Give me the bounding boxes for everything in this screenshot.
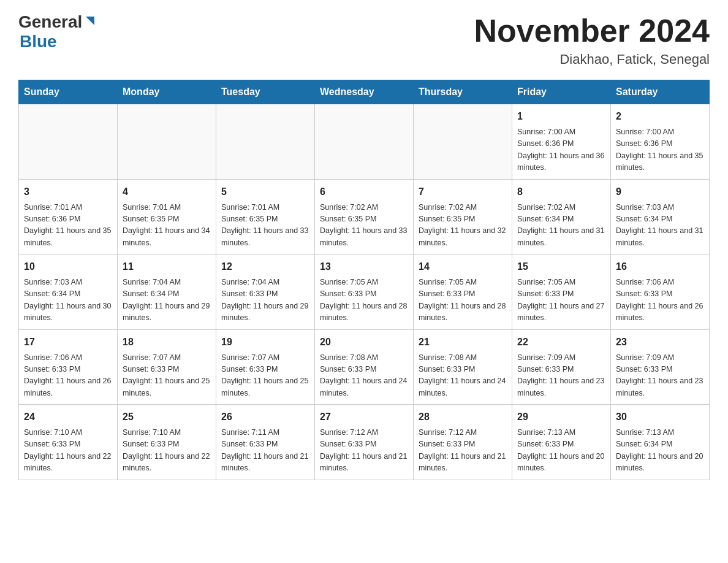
table-row: 30Sunrise: 7:13 AM Sunset: 6:34 PM Dayli…	[611, 405, 710, 480]
col-tuesday: Tuesday	[216, 80, 315, 104]
table-row: 22Sunrise: 7:09 AM Sunset: 6:33 PM Dayli…	[512, 329, 611, 405]
day-number: 17	[24, 335, 112, 350]
day-info: Sunrise: 7:01 AM Sunset: 6:35 PM Dayligh…	[221, 202, 309, 250]
table-row: 11Sunrise: 7:04 AM Sunset: 6:34 PM Dayli…	[118, 255, 216, 330]
table-row: 8Sunrise: 7:02 AM Sunset: 6:34 PM Daylig…	[512, 179, 611, 255]
day-number: 21	[419, 335, 507, 350]
calendar-title: November 2024	[474, 12, 710, 49]
table-row	[414, 104, 512, 180]
day-info: Sunrise: 7:05 AM Sunset: 6:33 PM Dayligh…	[419, 277, 507, 324]
calendar-week-row: 17Sunrise: 7:06 AM Sunset: 6:33 PM Dayli…	[19, 329, 710, 405]
day-info: Sunrise: 7:09 AM Sunset: 6:33 PM Dayligh…	[517, 352, 605, 400]
calendar-table: Sunday Monday Tuesday Wednesday Thursday…	[18, 80, 710, 480]
table-row: 2Sunrise: 7:00 AM Sunset: 6:36 PM Daylig…	[611, 104, 710, 180]
day-number: 5	[221, 185, 309, 199]
day-info: Sunrise: 7:09 AM Sunset: 6:33 PM Dayligh…	[616, 352, 704, 400]
table-row: 28Sunrise: 7:12 AM Sunset: 6:33 PM Dayli…	[414, 405, 512, 480]
table-row: 1Sunrise: 7:00 AM Sunset: 6:36 PM Daylig…	[512, 104, 611, 180]
table-row: 16Sunrise: 7:06 AM Sunset: 6:33 PM Dayli…	[611, 255, 710, 330]
day-number: 26	[221, 410, 309, 424]
table-row: 13Sunrise: 7:05 AM Sunset: 6:33 PM Dayli…	[315, 255, 414, 330]
table-row: 7Sunrise: 7:02 AM Sunset: 6:35 PM Daylig…	[414, 179, 512, 255]
table-row: 5Sunrise: 7:01 AM Sunset: 6:35 PM Daylig…	[216, 179, 315, 255]
table-row: 6Sunrise: 7:02 AM Sunset: 6:35 PM Daylig…	[315, 179, 414, 255]
table-row: 20Sunrise: 7:08 AM Sunset: 6:33 PM Dayli…	[315, 329, 414, 405]
day-info: Sunrise: 7:05 AM Sunset: 6:33 PM Dayligh…	[320, 277, 408, 324]
table-row: 4Sunrise: 7:01 AM Sunset: 6:35 PM Daylig…	[118, 179, 216, 255]
day-number: 18	[123, 335, 211, 350]
table-row: 23Sunrise: 7:09 AM Sunset: 6:33 PM Dayli…	[611, 329, 710, 405]
svg-marker-0	[86, 17, 94, 25]
day-number: 24	[24, 410, 112, 424]
day-info: Sunrise: 7:03 AM Sunset: 6:34 PM Dayligh…	[24, 277, 112, 324]
day-number: 23	[616, 335, 704, 350]
day-number: 3	[24, 185, 112, 199]
col-thursday: Thursday	[414, 80, 512, 104]
col-monday: Monday	[118, 80, 216, 104]
table-row: 14Sunrise: 7:05 AM Sunset: 6:33 PM Dayli…	[414, 255, 512, 330]
table-row: 12Sunrise: 7:04 AM Sunset: 6:33 PM Dayli…	[216, 255, 315, 330]
day-info: Sunrise: 7:13 AM Sunset: 6:34 PM Dayligh…	[616, 427, 704, 475]
col-saturday: Saturday	[611, 80, 710, 104]
day-info: Sunrise: 7:03 AM Sunset: 6:34 PM Dayligh…	[616, 202, 704, 250]
day-number: 14	[419, 259, 507, 274]
title-block: November 2024 Diakhao, Fatick, Senegal	[474, 12, 710, 67]
logo-triangle-icon	[83, 14, 97, 28]
calendar-week-row: 3Sunrise: 7:01 AM Sunset: 6:36 PM Daylig…	[19, 179, 710, 255]
day-number: 1	[517, 109, 605, 124]
table-row: 18Sunrise: 7:07 AM Sunset: 6:33 PM Dayli…	[118, 329, 216, 405]
table-row	[216, 104, 315, 180]
table-row: 29Sunrise: 7:13 AM Sunset: 6:33 PM Dayli…	[512, 405, 611, 480]
day-number: 4	[123, 185, 211, 199]
day-info: Sunrise: 7:08 AM Sunset: 6:33 PM Dayligh…	[320, 352, 408, 400]
day-number: 10	[24, 259, 112, 274]
calendar-week-row: 24Sunrise: 7:10 AM Sunset: 6:33 PM Dayli…	[19, 405, 710, 480]
day-number: 15	[517, 259, 605, 274]
day-info: Sunrise: 7:07 AM Sunset: 6:33 PM Dayligh…	[123, 352, 211, 400]
day-info: Sunrise: 7:04 AM Sunset: 6:33 PM Dayligh…	[221, 277, 309, 324]
logo-blue: Blue	[20, 32, 57, 52]
day-info: Sunrise: 7:00 AM Sunset: 6:36 PM Dayligh…	[517, 126, 605, 174]
table-row: 24Sunrise: 7:10 AM Sunset: 6:33 PM Dayli…	[19, 405, 118, 480]
calendar-week-row: 1Sunrise: 7:00 AM Sunset: 6:36 PM Daylig…	[19, 104, 710, 180]
logo-top: General	[18, 12, 97, 32]
day-info: Sunrise: 7:07 AM Sunset: 6:33 PM Dayligh…	[221, 352, 309, 400]
day-info: Sunrise: 7:00 AM Sunset: 6:36 PM Dayligh…	[616, 126, 704, 174]
day-info: Sunrise: 7:05 AM Sunset: 6:33 PM Dayligh…	[517, 277, 605, 324]
table-row: 19Sunrise: 7:07 AM Sunset: 6:33 PM Dayli…	[216, 329, 315, 405]
day-number: 22	[517, 335, 605, 350]
day-info: Sunrise: 7:11 AM Sunset: 6:33 PM Dayligh…	[221, 427, 309, 475]
day-info: Sunrise: 7:12 AM Sunset: 6:33 PM Dayligh…	[320, 427, 408, 475]
calendar-location: Diakhao, Fatick, Senegal	[474, 52, 710, 67]
day-number: 12	[221, 259, 309, 274]
table-row: 9Sunrise: 7:03 AM Sunset: 6:34 PM Daylig…	[611, 179, 710, 255]
day-number: 8	[517, 185, 605, 199]
day-info: Sunrise: 7:01 AM Sunset: 6:36 PM Dayligh…	[24, 202, 112, 250]
table-row: 27Sunrise: 7:12 AM Sunset: 6:33 PM Dayli…	[315, 405, 414, 480]
table-row	[19, 104, 118, 180]
day-info: Sunrise: 7:06 AM Sunset: 6:33 PM Dayligh…	[616, 277, 704, 324]
day-info: Sunrise: 7:04 AM Sunset: 6:34 PM Dayligh…	[123, 277, 211, 324]
day-info: Sunrise: 7:10 AM Sunset: 6:33 PM Dayligh…	[123, 427, 211, 475]
page-header: General Blue November 2024 Diakhao, Fati…	[18, 12, 710, 67]
logo: General Blue	[18, 12, 97, 52]
table-row: 17Sunrise: 7:06 AM Sunset: 6:33 PM Dayli…	[19, 329, 118, 405]
day-info: Sunrise: 7:02 AM Sunset: 6:35 PM Dayligh…	[320, 202, 408, 250]
logo-general: General	[18, 12, 82, 32]
calendar-week-row: 10Sunrise: 7:03 AM Sunset: 6:34 PM Dayli…	[19, 255, 710, 330]
day-number: 11	[123, 259, 211, 274]
day-number: 20	[320, 335, 408, 350]
day-number: 6	[320, 185, 408, 199]
table-row: 26Sunrise: 7:11 AM Sunset: 6:33 PM Dayli…	[216, 405, 315, 480]
day-info: Sunrise: 7:08 AM Sunset: 6:33 PM Dayligh…	[419, 352, 507, 400]
day-info: Sunrise: 7:13 AM Sunset: 6:33 PM Dayligh…	[517, 427, 605, 475]
day-number: 13	[320, 259, 408, 274]
table-row: 10Sunrise: 7:03 AM Sunset: 6:34 PM Dayli…	[19, 255, 118, 330]
day-number: 9	[616, 185, 704, 199]
day-info: Sunrise: 7:06 AM Sunset: 6:33 PM Dayligh…	[24, 352, 112, 400]
day-number: 29	[517, 410, 605, 424]
logo: General Blue	[18, 12, 97, 52]
table-row: 25Sunrise: 7:10 AM Sunset: 6:33 PM Dayli…	[118, 405, 216, 480]
day-info: Sunrise: 7:01 AM Sunset: 6:35 PM Dayligh…	[123, 202, 211, 250]
day-number: 7	[419, 185, 507, 199]
